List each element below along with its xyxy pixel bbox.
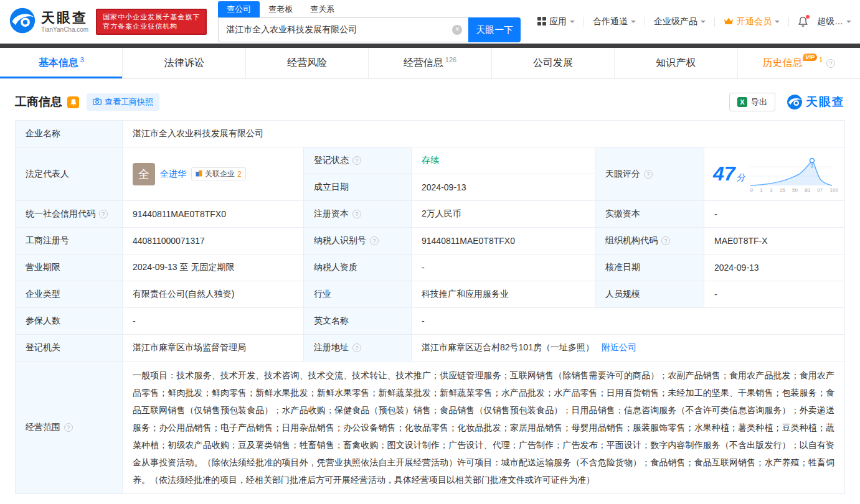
nav-divider [584,17,584,27]
value-registration-number: 440811000071317 [123,228,304,254]
label-english-name: 英文名称 [304,308,412,335]
label-tianyan-score: 天眼评分 ? [595,147,704,201]
tab-company-development[interactable]: 公司发展 [492,48,615,78]
value-registration-authority: 湛江市麻章区市场监督管理局 [123,335,304,362]
tab-legal-proceedings-label: 法律诉讼 [164,57,204,70]
tianyancha-logo[interactable]: 天眼查 TianYanCha.com [9,7,88,37]
snapshot-button[interactable]: 查看工商快照 [87,93,159,111]
label-insured-count: 参保人数 [16,308,123,335]
value-legal-representative: 全 全进华 关联企业 2 [123,147,304,201]
nav-enterprise-products-label: 企业级产品 [654,16,697,27]
tianyancha-logo-icon [9,7,36,37]
export-button-label: 导出 [751,96,767,108]
search-tab-relation[interactable]: 查关系 [301,1,343,17]
label-taxpayer-quality: 纳税人资质 [304,254,412,281]
tianyancha-watermark-text: 天眼查 [806,94,845,110]
label-organization-code: 组织机构代码 ? [595,228,704,254]
label-business-term: 营业期限 [16,254,123,281]
score-number: 47 [713,162,735,185]
value-establish-date: 2024-09-13 [412,174,595,201]
related-companies-icon [196,170,202,179]
chevron-down-icon [631,21,636,26]
tab-basic-info[interactable]: 基本信息 3 [0,48,123,78]
header-divider-bar [0,44,860,48]
score-unit: 分 [737,172,745,182]
tab-operating-risk-label: 经营风险 [287,57,327,70]
tab-legal-proceedings[interactable]: 法律诉讼 [123,48,245,78]
value-registered-address: 湛江市麻章区迈合村82号101房（一址多照） 附近公司 [412,335,845,362]
related-companies-tag[interactable]: 关联企业 2 [191,167,246,180]
nav-enterprise-products[interactable]: 企业级产品 [654,16,706,27]
search-tab-boss[interactable]: 查老板 [260,1,301,17]
nav-super-vip-label: 超级… [817,16,843,27]
nav-cooperation-label: 合作通道 [593,16,628,27]
label-registration-status: 登记状态 ? [304,147,412,174]
label-industry: 行业 [304,281,412,308]
label-business-scope: 经营范围 ? [16,362,123,494]
excel-icon: X [737,97,747,107]
tianyancha-watermark-icon [787,94,803,110]
gov-badge-line1: 国家中小企业发展子基金旗下 [103,12,200,22]
legal-rep-name-link[interactable]: 全进华 [160,169,186,180]
value-paid-capital: - [704,201,845,228]
help-icon[interactable]: ? [99,210,108,218]
tab-basic-info-label: 基本信息 [39,57,78,70]
nav-super-vip[interactable]: 超级… [817,16,851,27]
nav-apps[interactable]: 应用 [537,16,575,27]
status-badge: 存续 [422,155,439,166]
company-tabbar: 基本信息 3 法律诉讼 经营风险 经营信息 126 公司发展 知识产权 历史信息… [0,48,860,79]
score-axis-labels: 01315508397100 [749,187,839,193]
value-tianyan-score[interactable]: 47分 01315508397100 [704,147,845,201]
export-button[interactable]: X 导出 [729,93,775,111]
vip-badge: VIP [803,54,817,61]
value-registration-status: 存续 [412,147,595,174]
tab-operating-risk[interactable]: 经营风险 [246,48,369,78]
help-icon[interactable]: ? [352,156,361,165]
help-icon[interactable]: ? [352,210,361,218]
value-english-name: - [412,308,845,335]
search-button[interactable]: 天眼一下 [468,17,521,42]
label-establish-date: 成立日期 [304,174,412,201]
help-icon[interactable]: ? [826,59,835,68]
page: 天眼查 TianYanCha.com 国家中小企业发展子基金旗下 官方备案企业征… [0,0,860,494]
search-tab-company[interactable]: 查公司 [218,1,260,17]
help-icon[interactable]: ? [64,423,73,432]
score-distribution-chart: 01315508397100 [749,156,839,193]
nav-apps-label: 应用 [549,16,567,27]
value-industry: 科技推广和应用服务业 [412,281,595,308]
apps-grid-icon [537,17,546,27]
label-staff-size: 人员规模 [595,281,704,308]
legal-rep-avatar[interactable]: 全 [133,163,155,185]
search-tabs: 查公司 查老板 查关系 [218,1,521,17]
chevron-down-icon [701,21,706,26]
subscribe-bell-icon[interactable] [67,96,79,108]
nav-cooperation[interactable]: 合作通道 [593,16,636,27]
snapshot-button-label: 查看工商快照 [105,96,153,108]
value-company-type: 有限责任公司(自然人独资) [123,281,304,308]
value-business-scope: 一般项目：技术服务、技术开发、技术咨询、技术交流、技术转让、技术推广；供应链管理… [123,362,845,494]
chevron-down-icon [570,21,575,26]
tab-history-info[interactable]: 历史信息 VIP 1 ? [738,48,860,78]
nav-open-vip[interactable]: 开通会员 [724,16,780,27]
tab-operating-info[interactable]: 经营信息 126 [369,48,491,78]
logo-title: 天眼查 [41,11,88,26]
search-input[interactable] [218,17,468,42]
label-approval-date: 核准日期 [595,254,704,281]
help-icon[interactable]: ? [370,236,379,245]
help-icon[interactable]: ? [661,236,670,245]
tab-operating-info-label: 经营信息 [404,57,443,70]
business-info-section-head: 工商信息 查看工商快照 X 导出 天眼查 [15,91,845,113]
value-business-term: 2024-09-13 至 无固定期限 [123,254,304,281]
tab-intellectual-property[interactable]: 知识产权 [615,48,737,78]
help-icon[interactable]: ? [644,170,653,179]
value-company-name: 湛江市全入农业科技发展有限公司 [123,121,845,147]
tab-operating-info-count: 126 [445,56,456,63]
tab-basic-info-count: 3 [80,56,84,63]
nearby-companies-link[interactable]: 附近公司 [602,342,636,353]
tab-intellectual-property-label: 知识产权 [656,57,696,70]
notification-dot [806,15,810,19]
search-block: 查公司 查老板 查关系 × 天眼一下 [218,1,521,42]
nav-divider [645,17,645,27]
notification-bell-icon[interactable] [798,16,808,27]
help-icon[interactable]: ? [352,343,361,352]
